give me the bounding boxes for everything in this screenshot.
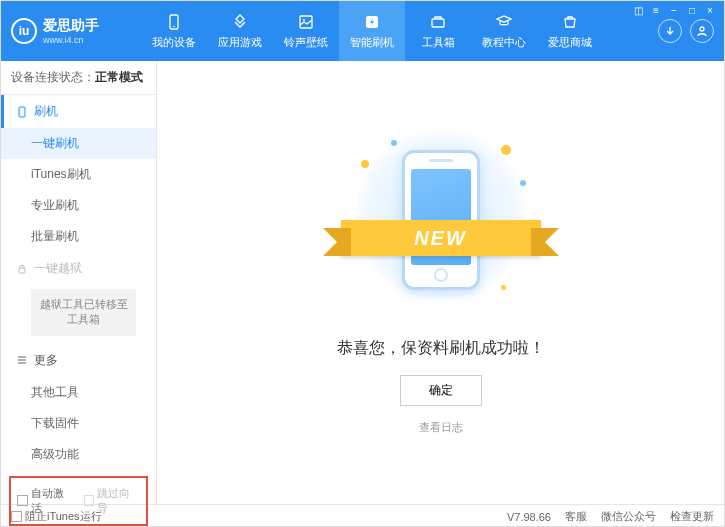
menu-icon[interactable]: ≡ bbox=[649, 4, 663, 16]
maximize-icon[interactable]: □ bbox=[685, 4, 699, 16]
app-subtitle: www.i4.cn bbox=[43, 35, 99, 45]
nav-label: 爱思商城 bbox=[548, 35, 592, 50]
sidebar-item-firmware[interactable]: 下载固件 bbox=[1, 408, 156, 439]
more-icon bbox=[16, 354, 28, 366]
sidebar-item-oneclick[interactable]: 一键刷机 bbox=[1, 128, 156, 159]
flash-section-icon bbox=[16, 106, 28, 118]
connection-status: 设备连接状态：正常模式 bbox=[1, 61, 156, 95]
svg-rect-5 bbox=[432, 19, 444, 27]
ok-button[interactable]: 确定 bbox=[400, 375, 482, 406]
app-logo: iu 爱思助手 www.i4.cn bbox=[11, 17, 141, 45]
app-title: 爱思助手 bbox=[43, 17, 99, 35]
status-value: 正常模式 bbox=[95, 70, 143, 84]
skin-icon[interactable]: ◫ bbox=[631, 4, 645, 16]
apps-icon bbox=[230, 13, 250, 31]
sidebar-item-advanced[interactable]: 高级功能 bbox=[1, 439, 156, 470]
nav-toolbox[interactable]: 工具箱 bbox=[405, 1, 471, 61]
nav-label: 智能刷机 bbox=[350, 35, 394, 50]
block-itunes-checkbox[interactable]: 阻止iTunes运行 bbox=[11, 509, 102, 524]
section-label: 一键越狱 bbox=[34, 260, 82, 277]
media-icon bbox=[296, 13, 316, 31]
svg-rect-7 bbox=[19, 107, 25, 117]
ribbon-text: NEW bbox=[341, 220, 541, 256]
section-more[interactable]: 更多 bbox=[1, 344, 156, 377]
tutorial-icon bbox=[494, 13, 514, 31]
minimize-icon[interactable]: − bbox=[667, 4, 681, 16]
footer-support[interactable]: 客服 bbox=[565, 509, 587, 524]
logo-icon: iu bbox=[11, 18, 37, 44]
svg-point-1 bbox=[173, 25, 175, 27]
sidebar-item-batch[interactable]: 批量刷机 bbox=[1, 221, 156, 252]
section-label: 刷机 bbox=[34, 103, 58, 120]
user-button[interactable] bbox=[690, 19, 714, 43]
section-label: 更多 bbox=[34, 352, 58, 369]
status-label: 设备连接状态： bbox=[11, 70, 95, 84]
download-button[interactable] bbox=[658, 19, 682, 43]
nav-label: 工具箱 bbox=[422, 35, 455, 50]
nav-store[interactable]: 爱思商城 bbox=[537, 1, 603, 61]
nav-label: 应用游戏 bbox=[218, 35, 262, 50]
main-nav: 我的设备 应用游戏 铃声壁纸 智能刷机 工具箱 教程中心 爱思商城 bbox=[141, 1, 658, 61]
nav-label: 我的设备 bbox=[152, 35, 196, 50]
nav-label: 铃声壁纸 bbox=[284, 35, 328, 50]
jailbreak-notice: 越狱工具已转移至工具箱 bbox=[31, 289, 136, 336]
section-jailbreak: 一键越狱 bbox=[1, 252, 156, 285]
toolbox-icon bbox=[428, 13, 448, 31]
view-log-link[interactable]: 查看日志 bbox=[419, 420, 463, 435]
checkbox-label: 阻止iTunes运行 bbox=[25, 509, 102, 524]
footer-wechat[interactable]: 微信公众号 bbox=[601, 509, 656, 524]
nav-label: 教程中心 bbox=[482, 35, 526, 50]
sidebar-item-pro[interactable]: 专业刷机 bbox=[1, 190, 156, 221]
svg-point-6 bbox=[700, 27, 704, 31]
success-illustration: NEW bbox=[351, 130, 531, 310]
sidebar-item-itunes[interactable]: iTunes刷机 bbox=[1, 159, 156, 190]
version-label: V7.98.66 bbox=[507, 511, 551, 523]
store-icon bbox=[560, 13, 580, 31]
close-icon[interactable]: × bbox=[703, 4, 717, 16]
sidebar: 设备连接状态：正常模式 刷机 一键刷机 iTunes刷机 专业刷机 批量刷机 一… bbox=[1, 61, 157, 504]
lock-icon bbox=[16, 263, 28, 275]
nav-tutorial[interactable]: 教程中心 bbox=[471, 1, 537, 61]
svg-point-3 bbox=[303, 19, 305, 21]
nav-media[interactable]: 铃声壁纸 bbox=[273, 1, 339, 61]
success-message: 恭喜您，保资料刷机成功啦！ bbox=[337, 338, 545, 359]
device-icon bbox=[164, 13, 184, 31]
main-content: NEW 恭喜您，保资料刷机成功啦！ 确定 查看日志 bbox=[157, 61, 724, 504]
svg-rect-8 bbox=[19, 268, 25, 273]
nav-device[interactable]: 我的设备 bbox=[141, 1, 207, 61]
nav-flash[interactable]: 智能刷机 bbox=[339, 1, 405, 61]
footer-update[interactable]: 检查更新 bbox=[670, 509, 714, 524]
sidebar-item-other[interactable]: 其他工具 bbox=[1, 377, 156, 408]
flash-icon bbox=[362, 13, 382, 31]
nav-apps[interactable]: 应用游戏 bbox=[207, 1, 273, 61]
section-flash[interactable]: 刷机 bbox=[1, 95, 156, 128]
